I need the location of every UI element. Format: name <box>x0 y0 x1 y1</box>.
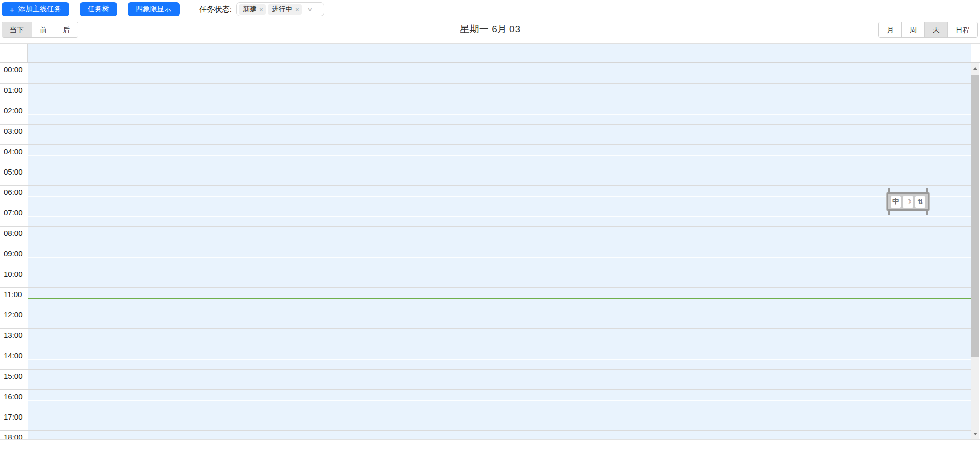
time-label: 03:00 <box>4 127 27 135</box>
time-label: 09:00 <box>4 249 27 258</box>
hour-row: 08:00 <box>0 226 971 247</box>
remove-tag-new-icon[interactable]: × <box>259 6 263 13</box>
time-slot[interactable] <box>28 410 971 430</box>
hour-row: 03:00 <box>0 124 971 144</box>
time-label: 06:00 <box>4 188 27 197</box>
arrow-up-icon <box>973 67 977 70</box>
hour-row: 16:00 <box>0 389 971 410</box>
time-slot[interactable] <box>28 145 971 165</box>
status-tag-inprogress: 进行中 × <box>268 4 302 15</box>
calendar-header: 当下 前 后 星期一 6月 03 月 周 天 日程 <box>0 18 980 40</box>
time-rows: 00:0001:0002:0003:0004:0005:0006:0007:00… <box>0 63 980 439</box>
quadrant-display-button[interactable]: 四象限显示 <box>128 2 180 16</box>
hour-row: 14:00 <box>0 349 971 369</box>
time-label: 00:00 <box>4 65 27 74</box>
hour-row: 04:00 <box>0 144 971 165</box>
time-label: 04:00 <box>4 147 27 156</box>
status-tag-new: 新建 × <box>239 4 266 15</box>
time-label: 16:00 <box>4 392 27 401</box>
time-slot[interactable] <box>28 267 971 287</box>
time-label: 14:00 <box>4 351 27 360</box>
status-tag-new-label: 新建 <box>243 5 257 14</box>
allday-gutter <box>0 44 28 62</box>
time-slot[interactable] <box>28 349 971 369</box>
add-main-task-button[interactable]: + 添加主线任务 <box>2 2 69 16</box>
hour-row: 13:00 <box>0 328 971 349</box>
time-label: 07:00 <box>4 208 27 217</box>
time-slot[interactable] <box>28 165 971 185</box>
view-day-button[interactable]: 天 <box>924 22 947 37</box>
time-slot[interactable] <box>28 84 971 104</box>
time-label: 13:00 <box>4 331 27 339</box>
hour-row: 10:00 <box>0 267 971 287</box>
time-label: 05:00 <box>4 167 27 176</box>
time-slot[interactable] <box>28 206 971 226</box>
scroll-down-button[interactable] <box>971 428 979 439</box>
task-status-label: 任务状态: <box>199 5 232 14</box>
time-label: 10:00 <box>4 270 27 278</box>
now-indicator <box>28 298 971 299</box>
time-label: 15:00 <box>4 372 27 380</box>
view-week-button[interactable]: 周 <box>901 22 924 37</box>
ime-chinese-mode-icon[interactable]: 中 <box>891 196 901 208</box>
time-label: 17:00 <box>4 412 27 421</box>
time-slot[interactable] <box>28 247 971 267</box>
time-label: 08:00 <box>4 229 27 237</box>
hour-row: 09:00 <box>0 247 971 267</box>
task-status-select[interactable]: 新建 × 进行中 × ∨ <box>236 2 324 16</box>
time-label: 12:00 <box>4 310 27 319</box>
calendar-title: 星期一 6月 03 <box>0 18 980 40</box>
hour-row: 06:00 <box>0 185 971 206</box>
time-grid: 00:0001:0002:0003:0004:0005:0006:0007:00… <box>0 63 980 440</box>
allday-scrollbar-spacer <box>971 44 980 62</box>
task-tree-button[interactable]: 任务树 <box>80 2 117 16</box>
hour-row: 12:00 <box>0 308 971 328</box>
time-label: 01:00 <box>4 86 27 94</box>
hour-row: 18:00 <box>0 430 971 440</box>
time-slot[interactable] <box>28 370 971 389</box>
allday-row <box>0 43 980 63</box>
time-slot[interactable] <box>28 227 971 247</box>
arrow-down-icon <box>973 433 977 435</box>
time-slot[interactable] <box>28 329 971 349</box>
time-label: 11:00 <box>4 290 27 299</box>
ime-frame: 中 ☽ ⇅ <box>887 192 929 211</box>
allday-lane[interactable] <box>28 44 971 62</box>
time-label: 18:00 <box>4 433 27 440</box>
hour-row: 02:00 <box>0 104 971 124</box>
task-calendar-app: + 添加主线任务 任务树 四象限显示 任务状态: 新建 × 进行中 × ∨ 当下… <box>0 0 980 465</box>
hour-row: 05:00 <box>0 165 971 185</box>
hour-row: 17:00 <box>0 410 971 430</box>
time-label: 02:00 <box>4 106 27 115</box>
view-button-group: 月 周 天 日程 <box>878 22 978 38</box>
hour-row: 15:00 <box>0 369 971 389</box>
time-slot[interactable] <box>28 390 971 410</box>
vertical-scrollbar[interactable] <box>971 63 979 439</box>
view-month-button[interactable]: 月 <box>879 22 901 37</box>
time-slot[interactable] <box>28 308 971 328</box>
hour-row: 07:00 <box>0 206 971 226</box>
ime-toolbar: 中 ☽ ⇅ <box>885 191 932 212</box>
time-slot[interactable] <box>28 104 971 124</box>
hour-row: 00:00 <box>0 63 971 83</box>
time-slot[interactable] <box>28 431 971 440</box>
scroll-up-button[interactable] <box>971 63 979 74</box>
hour-row: 01:00 <box>0 83 971 104</box>
time-slot[interactable] <box>28 186 971 206</box>
time-slot[interactable] <box>28 63 971 83</box>
chevron-down-icon: ∨ <box>306 6 313 13</box>
scrollbar-thumb[interactable] <box>971 75 979 357</box>
add-main-task-label: 添加主线任务 <box>18 5 61 14</box>
view-agenda-button[interactable]: 日程 <box>947 22 977 37</box>
ime-moon-width-icon[interactable]: ☽ <box>903 196 913 208</box>
status-tag-inprogress-label: 进行中 <box>272 5 293 14</box>
toolbar: + 添加主线任务 任务树 四象限显示 任务状态: 新建 × 进行中 × ∨ <box>0 0 980 18</box>
time-slot[interactable] <box>28 125 971 144</box>
plus-icon: + <box>10 6 14 13</box>
remove-tag-inprogress-icon[interactable]: × <box>295 6 299 13</box>
ime-punctuation-icon[interactable]: ⇅ <box>915 196 925 208</box>
